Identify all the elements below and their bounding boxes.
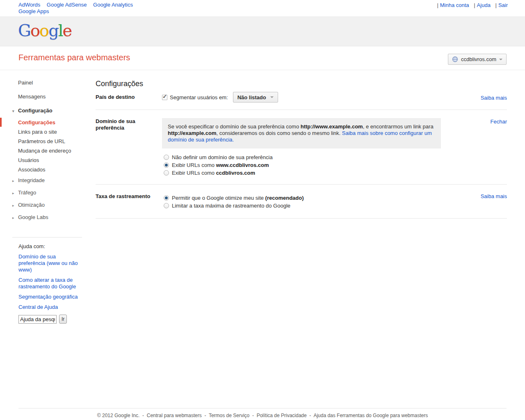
nav-link-adwords[interactable]: AdWords [18,2,40,8]
sidebar-item-parametros-de-url[interactable]: Parâmetros de URL [0,137,86,146]
nav-link-google-apps[interactable]: Google Apps [18,8,49,15]
info-domain-bare: http://example.com [168,130,216,136]
separator: | [495,2,496,8]
fechar-link[interactable]: Fechar [491,119,507,125]
logo-letter: l [58,21,63,40]
chevron-collapsed-icon: ▸ [12,175,18,187]
section-dominio-preferencia: Domínio de sua preferência Se você espec… [96,110,507,185]
footer-divider [18,408,507,409]
option-label[interactable]: Permitir que o Google otimize meu site (… [172,195,304,201]
option-limit-crawl-rate[interactable]: Limitar a taxa máxima de rastreamento do… [164,202,304,210]
logo-letter: g [48,21,58,40]
sidebar-item-label: Integridade [18,177,45,183]
country-select-value: Não listado [237,94,266,100]
logo-letter: G [18,21,30,40]
chevron-down-icon [499,59,502,60]
nav-link-adsense[interactable]: Google AdSense [47,2,87,8]
option-label[interactable]: Exibir URLs como www.ccdblivros.com [172,162,269,168]
help-link-central-de-ajuda[interactable]: Central de Ajuda [18,304,80,310]
globe-icon [452,56,458,62]
google-products-links: AdWords Google AdSense Google Analytics … [18,2,138,15]
section-taxa-rastreamento: Taxa de rastreamento Permitir que o Goog… [96,185,507,219]
sidebar-item-configuracao[interactable]: ▾Configuração [0,104,86,118]
section-label: Taxa de rastreamento [96,193,162,210]
radio-button[interactable] [164,170,169,176]
sidebar-item-label: Tráfego [18,189,36,196]
separator: - [307,413,314,418]
radio-button[interactable] [164,155,169,160]
logo-letter: e [63,21,72,40]
separator: - [249,413,256,418]
sidebar-item-label: Configuração [18,107,52,114]
main-content: Configurações País de destino Segmentar … [96,70,507,219]
help-link-dominio-preferencia[interactable]: Domínio de sua preferência (www ou não w… [18,253,80,273]
chevron-collapsed-icon: ▸ [12,212,18,224]
help-link-taxa-rastreamento[interactable]: Como alterar a taxa de rastreamento do G… [18,277,80,290]
saiba-mais-link-destino[interactable]: Saiba mais [481,95,507,101]
chevron-expanded-icon: ▾ [12,104,18,118]
nav-link-my-account[interactable]: Minha conta [440,2,469,8]
sidebar-item-associados[interactable]: Associados [0,165,86,174]
section-label: Domínio de sua preferência [96,118,162,177]
country-select-dropdown[interactable]: Não listado [233,92,278,103]
nav-link-sign-out[interactable]: Sair [498,2,508,8]
option-label[interactable]: Exibir URLs como ccdblivros.com [172,170,255,176]
help-search-go-button[interactable]: Ir [59,315,67,324]
selected-site-label: ccdblivros.com [461,56,496,62]
saiba-mais-link-taxa[interactable]: Saiba mais [481,193,507,199]
nav-link-help[interactable]: Ajuda [477,2,491,8]
preferred-domain-infobox: Se você especificar o domínio de sua pre… [162,118,441,148]
segment-users-checkbox[interactable] [162,95,167,100]
info-text: Se você especificar o domínio de sua pre… [168,123,301,130]
chevron-collapsed-icon: ▸ [12,187,18,199]
info-text: , e encontrarmos um link para [363,123,434,130]
radio-button-selected[interactable] [164,162,169,168]
section-pais-de-destino: País de destino Segmentar usuários em: N… [96,92,507,110]
segment-users-label[interactable]: Segmentar usuários em: [170,94,228,100]
sidebar-navigation: Painel Mensagens ▾Configuração Configura… [0,70,86,224]
sidebar-item-painel[interactable]: Painel [0,76,86,90]
footer-copyright: © 2012 Google Inc. [97,413,140,418]
help-link-segmentacao-geografica[interactable]: Segmentação geográfica [18,294,80,300]
sidebar-item-trafego[interactable]: ▸Tráfego [0,187,86,199]
sidebar-item-label: Google Labs [18,214,48,220]
option-display-bare-urls[interactable]: Exibir URLs como ccdblivros.com [164,169,441,177]
info-text: , consideraremos os dois como sendo o me… [216,130,342,136]
footer-link-ajuda-ferramentas[interactable]: Ajuda das Ferramentas do Google para web… [313,413,428,418]
radio-button[interactable] [164,203,169,208]
footer-link-politica-privacidade[interactable]: Política de Privacidade [257,413,307,418]
separator: - [139,413,146,418]
separator: - [202,413,209,418]
section-label: País de destino [96,94,162,100]
google-logo[interactable]: Google [18,21,71,40]
sidebar-item-integridade[interactable]: ▸Integridade [0,174,86,187]
sidebar-item-usuarios[interactable]: Usuários [0,155,86,165]
help-search-input[interactable] [18,315,57,324]
webmaster-tools-page: AdWords Google AdSense Google Analytics … [0,0,525,420]
help-panel: Ajuda com: Domínio de sua preferência (w… [12,237,82,324]
info-domain-www: http://www.example.com [301,123,363,130]
top-navigation-bar: AdWords Google AdSense Google Analytics … [0,0,525,16]
sidebar-item-configuracoes[interactable]: Configurações [0,118,86,127]
sidebar-item-mudanca-de-endereco[interactable]: Mudança de endereço [0,146,86,155]
option-label[interactable]: Limitar a taxa máxima de rastreamento do… [172,203,290,209]
logo-letter: o [39,21,48,40]
option-display-www-urls[interactable]: Exibir URLs como www.ccdblivros.com [164,161,441,169]
sidebar-item-google-labs[interactable]: ▸Google Labs [0,211,86,224]
option-label[interactable]: Não definir um domínio de sua preferênci… [172,154,273,160]
footer-link-central-webmasters[interactable]: Central para webmasters [147,413,202,418]
nav-link-analytics[interactable]: Google Analytics [93,2,133,8]
page-title: Configurações [96,70,507,92]
product-title: Ferramentas para webmasters [18,53,130,62]
option-no-preferred-domain[interactable]: Não definir um domínio de sua preferênci… [164,153,441,161]
footer-link-termos-de-servico[interactable]: Termos de Serviço [209,413,249,418]
separator: | [437,2,438,8]
site-selector-dropdown[interactable]: ccdblivros.com [448,54,507,65]
radio-button-selected[interactable] [164,195,169,201]
sidebar-item-mensagens[interactable]: Mensagens [0,90,86,104]
sidebar-item-otimizacao[interactable]: ▸Otimização [0,199,86,211]
option-let-google-optimize[interactable]: Permitir que o Google otimize meu site (… [164,194,304,202]
chevron-down-icon [270,96,274,98]
sidebar-item-label: Otimização [18,202,45,208]
sidebar-item-links-para-o-site[interactable]: Links para o site [0,127,86,137]
